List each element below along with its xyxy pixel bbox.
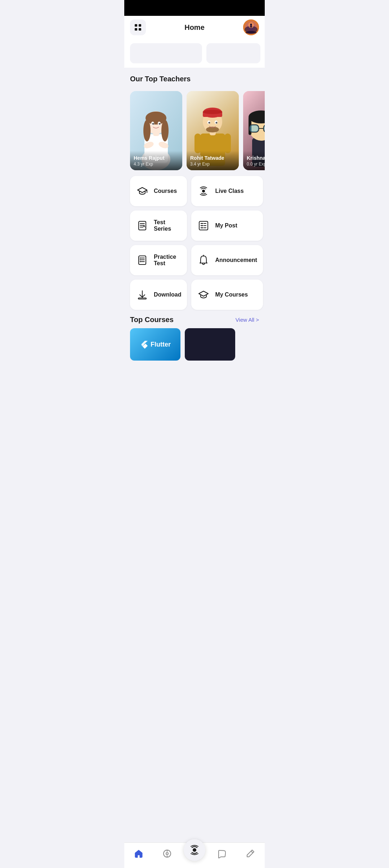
svg-point-11 <box>246 31 256 34</box>
my-courses-icon <box>197 288 210 301</box>
teacher-card-hems[interactable]: Hems Rajput 4.3 yr Exp <box>130 91 182 170</box>
menu-download-label: Download <box>154 291 181 298</box>
top-cards-row <box>124 39 265 68</box>
view-all-link[interactable]: View All > <box>236 317 259 323</box>
menu-announcement[interactable]: Announcement <box>191 245 263 275</box>
teacher-exp-krishna: 0.0 yr Exp <box>247 162 265 167</box>
svg-point-36 <box>216 122 218 124</box>
graduation-icon <box>136 185 149 198</box>
courses-row: Flutter <box>124 328 265 366</box>
menu-my-post[interactable]: My Post <box>191 211 263 241</box>
menu-grid: Courses Live Class Test Series <box>124 176 265 316</box>
menu-my-courses[interactable]: My Courses <box>191 280 263 310</box>
flutter-label: Flutter <box>140 340 171 349</box>
top-courses-title: Top Courses <box>130 316 174 324</box>
svg-rect-71 <box>138 298 146 299</box>
svg-rect-0 <box>135 24 137 27</box>
menu-practice-test[interactable]: Practice Test <box>130 245 187 275</box>
menu-live-class-label: Live Class <box>215 188 243 194</box>
practice-icon <box>136 254 149 267</box>
header: Home <box>124 16 265 39</box>
page-title: Home <box>184 23 205 32</box>
svg-point-20 <box>143 120 151 141</box>
menu-test-series-label: Test Series <box>154 219 181 232</box>
svg-point-51 <box>202 190 205 193</box>
top-courses-header: Top Courses View All > <box>124 316 265 328</box>
svg-rect-2 <box>135 28 137 31</box>
svg-point-25 <box>159 123 161 125</box>
teacher-name-krishna: Krishnapad <box>247 155 265 161</box>
menu-test-series[interactable]: Test Series <box>130 211 187 241</box>
course-card-dark[interactable] <box>185 328 235 361</box>
menu-my-courses-label: My Courses <box>215 291 248 298</box>
svg-point-68 <box>140 259 141 261</box>
menu-my-post-label: My Post <box>215 222 237 229</box>
svg-point-67 <box>140 258 141 259</box>
menu-live-class[interactable]: Live Class <box>191 176 263 206</box>
menu-practice-test-label: Practice Test <box>154 254 181 267</box>
svg-point-21 <box>161 120 169 141</box>
top-teachers-title: Our Top Teachers <box>130 75 259 83</box>
user-avatar[interactable] <box>243 19 259 35</box>
svg-point-24 <box>152 123 154 125</box>
promo-card-2[interactable] <box>206 43 260 63</box>
teacher-card-krishna[interactable]: Krishnapad 0.0 yr Exp <box>243 91 265 170</box>
svg-rect-1 <box>139 24 141 27</box>
menu-grid-button[interactable] <box>130 19 146 35</box>
promo-card-1[interactable] <box>130 43 202 63</box>
test-icon <box>136 219 149 232</box>
teacher-overlay-hems: Hems Rajput 4.3 yr Exp <box>130 151 182 170</box>
teacher-name-hems: Hems Rajput <box>134 155 179 161</box>
svg-rect-3 <box>139 28 141 31</box>
post-icon <box>197 219 210 232</box>
top-teachers-section: Our Top Teachers <box>124 68 265 91</box>
menu-announcement-label: Announcement <box>215 257 257 263</box>
teacher-card-rohit[interactable]: Rohit Tatwade 3.4 yr Exp <box>187 91 239 170</box>
svg-rect-38 <box>194 134 201 153</box>
download-icon <box>136 288 149 301</box>
svg-point-7 <box>250 24 252 26</box>
svg-rect-48 <box>250 125 259 132</box>
svg-point-32 <box>203 110 222 114</box>
menu-courses-label: Courses <box>154 188 177 194</box>
course-card-flutter[interactable]: Flutter <box>130 328 180 361</box>
svg-point-35 <box>209 122 210 124</box>
broadcast-icon <box>197 185 210 198</box>
bell-icon <box>197 254 210 267</box>
teacher-overlay-krishna: Krishnapad 0.0 yr Exp <box>243 151 265 170</box>
teachers-row: Hems Rajput 4.3 yr Exp <box>124 91 265 176</box>
menu-download[interactable]: Download <box>130 280 187 310</box>
menu-courses[interactable]: Courses <box>130 176 187 206</box>
svg-point-69 <box>140 261 141 262</box>
teacher-exp-rohit: 3.4 yr Exp <box>190 162 235 167</box>
teacher-overlay-rohit: Rohit Tatwade 3.4 yr Exp <box>187 151 239 170</box>
status-bar <box>124 0 265 16</box>
teacher-exp-hems: 4.3 yr Exp <box>134 162 179 167</box>
svg-rect-39 <box>224 134 231 153</box>
teacher-name-rohit: Rohit Tatwade <box>190 155 235 161</box>
